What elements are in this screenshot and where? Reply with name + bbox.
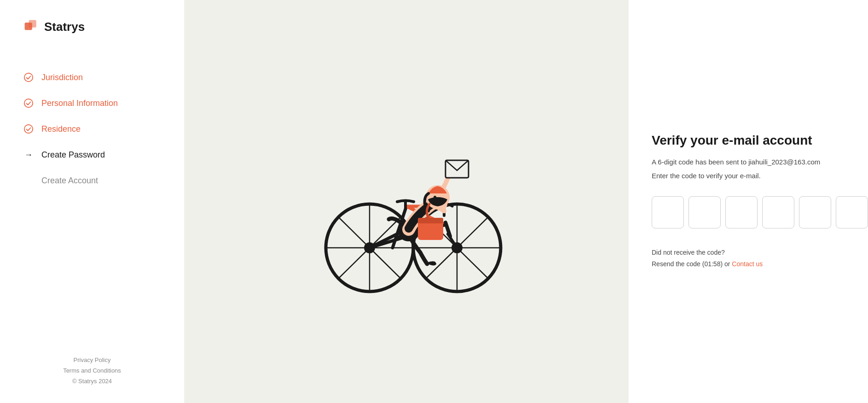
residence-check-icon (23, 123, 34, 134)
sidebar: Statrys Jurisdiction Personal Informatio… (0, 0, 184, 403)
verify-panel: Verify your e-mail account A 6-digit cod… (629, 0, 868, 403)
svg-point-41 (434, 196, 436, 199)
code-input-3[interactable] (725, 196, 758, 228)
illustration-panel (184, 0, 629, 403)
resend-question: Did not receive the code? (652, 247, 845, 258)
resend-timer-container: Resend the code (01:58) or Contact us (652, 258, 845, 270)
resend-section: Did not receive the code? Resend the cod… (652, 247, 845, 270)
code-input-4[interactable] (762, 196, 794, 228)
svg-line-13 (338, 248, 370, 279)
sidebar-item-create-account[interactable]: Create Account (23, 175, 161, 186)
personal-information-check-icon (23, 98, 34, 109)
svg-line-11 (338, 217, 370, 248)
courier-bicycle-illustration (310, 105, 503, 298)
code-inputs-container (652, 196, 845, 228)
jurisdiction-check-icon (23, 72, 34, 83)
sidebar-item-create-password[interactable]: → Create Password (23, 149, 161, 160)
jurisdiction-label: Jurisdiction (41, 73, 83, 82)
sidebar-footer: Privacy Policy Terms and Conditions © St… (23, 356, 161, 385)
verify-subtitle: A 6-digit code has been sent to jiahuili… (652, 157, 845, 168)
code-input-1[interactable] (652, 196, 684, 228)
copyright-text: © Statrys 2024 (72, 378, 112, 385)
create-password-arrow-icon: → (23, 149, 34, 160)
contact-us-link[interactable]: Contact us (732, 260, 763, 268)
code-input-2[interactable] (689, 196, 721, 228)
svg-line-24 (457, 217, 488, 248)
sidebar-item-personal-information[interactable]: Personal Information (23, 98, 161, 109)
residence-label: Residence (41, 124, 81, 134)
svg-rect-43 (418, 218, 443, 223)
create-account-placeholder-icon (23, 175, 34, 186)
statrys-logo-icon (23, 18, 40, 35)
sidebar-item-jurisdiction[interactable]: Jurisdiction (23, 72, 161, 83)
nav-steps: Jurisdiction Personal Information Reside… (23, 72, 161, 356)
code-input-5[interactable] (799, 196, 831, 228)
personal-information-label: Personal Information (41, 99, 118, 108)
logo-text: Statrys (44, 20, 85, 34)
sidebar-item-residence[interactable]: Residence (23, 123, 161, 134)
svg-line-12 (370, 248, 401, 279)
main-content: Verify your e-mail account A 6-digit cod… (184, 0, 868, 403)
create-account-label: Create Account (41, 176, 98, 186)
terms-link[interactable]: Terms and Conditions (63, 367, 121, 374)
svg-rect-1 (29, 20, 36, 28)
svg-line-22 (457, 248, 488, 279)
code-input-6[interactable] (836, 196, 868, 228)
create-password-label: Create Password (41, 150, 105, 160)
svg-point-2 (24, 73, 33, 82)
verify-title: Verify your e-mail account (652, 133, 845, 148)
resend-timer: Resend the code (01:58) or (652, 260, 730, 268)
logo: Statrys (23, 18, 161, 35)
privacy-policy-link[interactable]: Privacy Policy (74, 356, 111, 363)
svg-point-3 (24, 99, 33, 107)
svg-point-4 (24, 125, 33, 133)
verify-instruction: Enter the code to verify your e-mail. (652, 171, 845, 181)
